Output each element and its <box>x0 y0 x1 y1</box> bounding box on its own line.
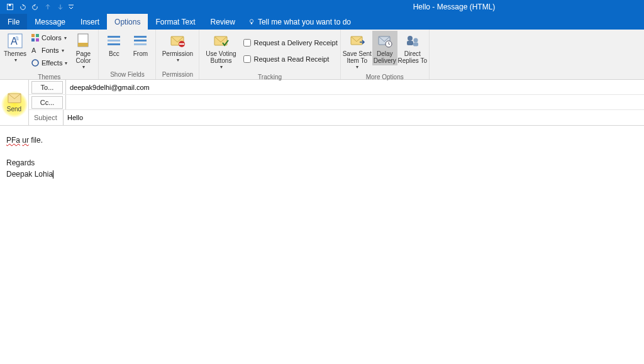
page-color-icon <box>74 32 92 50</box>
message-body[interactable]: PFa ur file. Regards Deepak Lohia <box>0 126 644 189</box>
tab-options[interactable]: Options <box>107 14 148 30</box>
effects-label: Effects <box>42 59 62 67</box>
group-themes: Aa Themes ▾ Colors▾ A Fonts▾ Effects▾ <box>0 30 99 79</box>
bcc-label: Bcc <box>109 50 119 57</box>
body-text: PFa <box>6 136 20 145</box>
svg-text:A: A <box>31 47 36 54</box>
request-read-receipt[interactable]: Request a Read Receipt <box>243 53 337 65</box>
svg-rect-19 <box>134 40 147 41</box>
save-sent-item-to-button[interactable]: Save Sent Item To ▾ <box>343 31 371 71</box>
tab-review[interactable]: Review <box>203 14 243 30</box>
fonts-button[interactable]: A Fonts▾ <box>29 44 69 57</box>
tab-message[interactable]: Message <box>27 14 73 30</box>
body-text: file. <box>29 136 43 145</box>
svg-rect-9 <box>31 38 35 41</box>
to-row: To... <box>29 80 644 95</box>
svg-rect-8 <box>36 34 39 37</box>
group-permission: Permission ▾ Permission <box>156 30 199 79</box>
redo-icon[interactable] <box>30 2 40 12</box>
qat-previous-icon[interactable] <box>43 2 53 12</box>
chevron-down-icon: ▾ <box>356 64 358 70</box>
svg-rect-20 <box>134 43 147 45</box>
svg-point-12 <box>32 60 38 66</box>
cc-row: Cc... <box>29 95 644 110</box>
group-tracking: Use Voting Buttons ▾ Request a Delivery … <box>199 30 340 79</box>
quick-access-toolbar <box>0 0 74 14</box>
qat-customize-icon[interactable] <box>68 2 74 12</box>
read-receipt-checkbox[interactable] <box>243 55 251 63</box>
svg-rect-14 <box>78 43 88 47</box>
group-more-options-label: More Options <box>341 72 429 82</box>
bcc-button[interactable]: Bcc <box>101 31 126 58</box>
delay-delivery-label: Delay Delivery <box>374 50 396 64</box>
send-button[interactable]: Send <box>0 80 29 125</box>
permission-button[interactable]: Permission ▾ <box>158 31 196 64</box>
svg-rect-16 <box>108 40 120 41</box>
direct-replies-icon <box>404 32 421 50</box>
chevron-down-icon: ▾ <box>220 64 223 70</box>
body-line-2: Regards <box>6 157 638 168</box>
from-button[interactable]: From <box>128 31 153 58</box>
qat-next-icon[interactable] <box>55 2 65 12</box>
group-permission-label: Permission <box>156 70 199 79</box>
tell-me-label: Tell me what you want to do <box>258 18 351 26</box>
lightbulb-icon <box>248 18 255 26</box>
ribbon-tabs: File Message Insert Options Format Text … <box>0 14 644 30</box>
delay-delivery-button[interactable]: Delay Delivery <box>372 31 397 65</box>
delivery-receipt-checkbox[interactable] <box>243 39 251 47</box>
delay-delivery-icon <box>376 32 394 50</box>
svg-rect-1 <box>9 4 11 6</box>
fonts-icon: A <box>31 46 40 55</box>
chevron-down-icon: ▾ <box>177 57 179 63</box>
svg-text:a: a <box>15 35 19 41</box>
chevron-down-icon: ▾ <box>14 57 17 63</box>
themes-icon: Aa <box>6 32 24 50</box>
page-color-label: Page Color <box>75 50 91 64</box>
group-tracking-label: Tracking <box>199 72 340 82</box>
svg-rect-23 <box>179 43 184 45</box>
tab-file[interactable]: File <box>0 14 27 30</box>
title-bar: Hello - Message (HTML) <box>0 0 644 14</box>
group-more-options: Save Sent Item To ▾ Delay Delivery Direc… <box>341 30 430 79</box>
group-show-fields: Bcc From Show Fields <box>99 30 156 79</box>
voting-icon <box>212 32 230 50</box>
svg-point-2 <box>250 19 253 22</box>
to-field[interactable] <box>65 80 644 94</box>
body-line-3: Deepak Lohia <box>6 168 638 180</box>
fonts-label: Fonts <box>42 47 59 54</box>
page-color-button[interactable]: Page Color ▾ <box>70 31 96 71</box>
send-label: Send <box>7 106 21 113</box>
subject-row: Subject <box>29 110 644 125</box>
tab-format-text[interactable]: Format Text <box>148 14 203 30</box>
chevron-down-icon: ▾ <box>82 64 85 70</box>
tell-me-search[interactable]: Tell me what you want to do <box>243 14 351 30</box>
body-line-1: PFa ur file. <box>6 135 638 146</box>
save-icon[interactable] <box>5 2 15 12</box>
undo-icon[interactable] <box>18 2 28 12</box>
from-icon <box>131 32 149 50</box>
direct-replies-to-button[interactable]: Direct Replies To <box>399 31 426 65</box>
use-voting-buttons[interactable]: Use Voting Buttons ▾ <box>202 31 240 71</box>
subject-field[interactable] <box>63 110 644 125</box>
send-icon <box>8 93 21 104</box>
themes-label: Themes <box>4 50 26 57</box>
svg-rect-31 <box>413 43 418 47</box>
permission-icon <box>169 32 186 50</box>
svg-point-28 <box>408 36 413 41</box>
svg-rect-17 <box>108 43 120 45</box>
effects-button[interactable]: Effects▾ <box>29 57 69 69</box>
blank-line <box>6 146 638 157</box>
svg-rect-3 <box>251 23 252 24</box>
to-button[interactable]: To... <box>31 81 63 94</box>
svg-rect-10 <box>36 38 39 41</box>
window-title: Hello - Message (HTML) <box>413 3 496 11</box>
svg-rect-18 <box>134 36 147 38</box>
request-delivery-receipt[interactable]: Request a Delivery Receipt <box>243 36 337 49</box>
body-text: ur <box>22 136 29 145</box>
permission-label: Permission <box>162 50 193 57</box>
themes-button[interactable]: Aa Themes ▾ <box>3 31 28 64</box>
cc-field[interactable] <box>65 95 644 109</box>
colors-button[interactable]: Colors▾ <box>29 31 69 44</box>
cc-button[interactable]: Cc... <box>31 96 63 109</box>
tab-insert[interactable]: Insert <box>73 14 107 30</box>
